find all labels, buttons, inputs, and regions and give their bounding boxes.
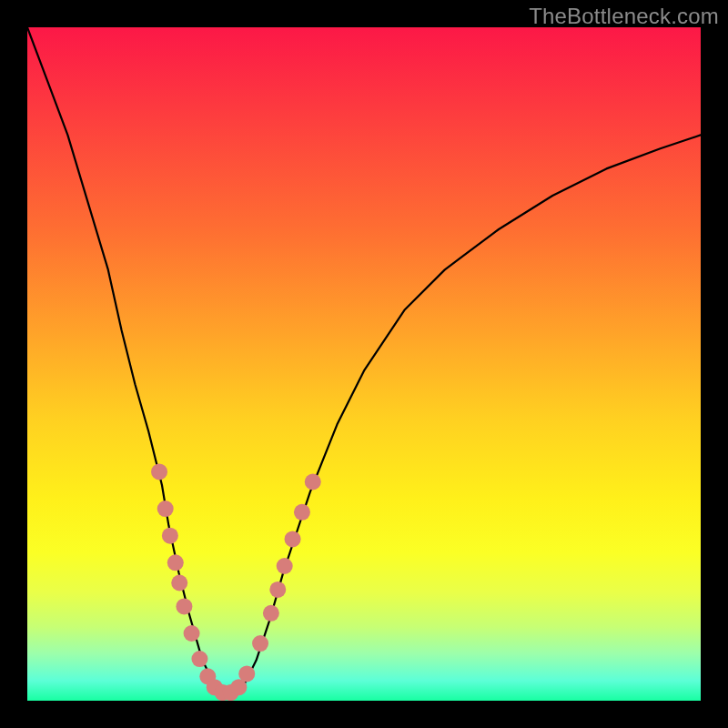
watermark-text: TheBottleneck.com: [529, 4, 719, 29]
data-marker: [263, 605, 279, 622]
data-marker: [191, 651, 207, 667]
data-marker: [167, 554, 184, 571]
bottleneck-curve: [27, 27, 701, 695]
marker-layer: [151, 463, 321, 701]
data-marker: [157, 500, 174, 517]
data-marker: [238, 665, 255, 682]
chart-svg: [27, 27, 701, 701]
data-marker: [151, 463, 167, 480]
data-marker: [184, 625, 200, 642]
data-marker: [285, 531, 301, 547]
data-marker: [277, 558, 293, 574]
data-marker: [305, 474, 321, 490]
data-marker: [252, 635, 268, 652]
data-marker: [176, 598, 192, 614]
data-marker: [171, 575, 187, 592]
data-marker: [294, 504, 310, 521]
data-marker: [162, 528, 178, 544]
plot-area: [27, 27, 701, 701]
chart-frame: TheBottleneck.com: [0, 0, 728, 728]
curve-layer: [27, 27, 701, 695]
data-marker: [269, 581, 286, 598]
